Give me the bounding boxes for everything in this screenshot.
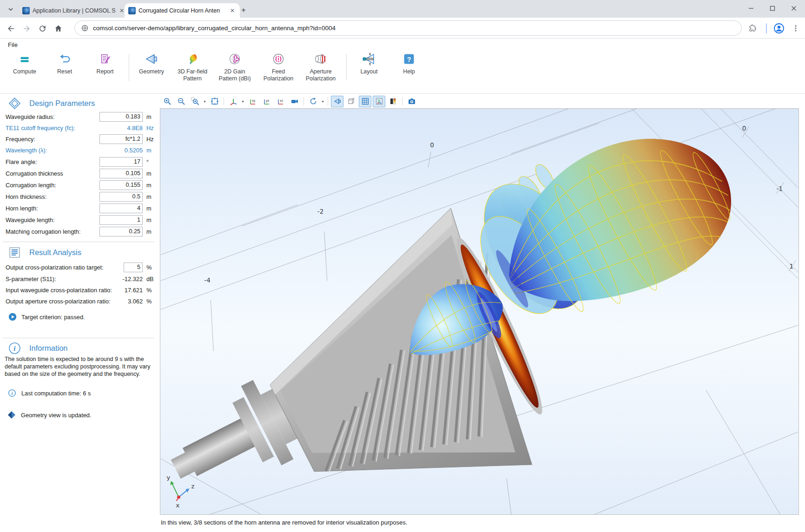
gain-2d-polar-icon: [227, 52, 242, 66]
compute-button[interactable]: Compute: [4, 50, 46, 85]
wavelength-value: 0.5205: [74, 147, 143, 154]
tab-horn-antenna[interactable]: Corrugated Circular Horn Anten ✕: [125, 3, 240, 18]
profile-icon: [773, 23, 785, 34]
help-button[interactable]: ? Help: [388, 50, 430, 85]
tab-close-icon[interactable]: ✕: [229, 7, 236, 14]
section-title: Result Analysis: [29, 248, 81, 257]
svg-text:i: i: [13, 344, 16, 352]
geometry-button[interactable]: Geometry: [131, 50, 172, 85]
file-menu[interactable]: File: [6, 40, 20, 49]
view-caption: In this view, 3/8 sections of the horn a…: [161, 519, 407, 526]
view-xy-button[interactable]: xy: [246, 96, 259, 107]
feed-polarization-button[interactable]: Feed Polarization: [257, 50, 299, 85]
toolbar-separator: [402, 97, 402, 105]
close-icon: [791, 6, 797, 11]
forward-button[interactable]: [20, 22, 33, 34]
snapshot-button[interactable]: [405, 96, 418, 107]
param-row: TE11 cutoff frequency (fc):4.8E8Hz: [0, 122, 156, 133]
browser-menu-button[interactable]: [789, 22, 802, 35]
aperture-polarization-button[interactable]: Aperture Polarization: [300, 50, 342, 85]
ribbon-separator: [346, 54, 347, 81]
reset-undo-icon: [58, 52, 72, 66]
transparency-button[interactable]: [345, 96, 357, 107]
corrugation-thickness-input[interactable]: [99, 169, 143, 178]
tab-search-chevron-icon: [8, 7, 13, 12]
show-axes-button[interactable]: [373, 96, 385, 107]
projection-button[interactable]: [288, 96, 301, 107]
grid-button[interactable]: [359, 96, 371, 107]
result-analysis-header: Result Analysis: [0, 246, 156, 259]
corrugation-length-input[interactable]: [99, 180, 143, 190]
waveguide-length-input[interactable]: [99, 215, 143, 225]
graphics-view[interactable]: 0 -2 -4 0 -1 1 y z x: [160, 108, 799, 515]
far-field-3d-button[interactable]: 3D Far-field Pattern: [172, 50, 213, 85]
maximize-button[interactable]: [763, 2, 782, 15]
zoom-extents-button[interactable]: [208, 96, 221, 107]
svg-text:i: i: [12, 391, 13, 396]
last-computation-status: i Last computation time: 6 s: [8, 389, 91, 397]
home-button[interactable]: [52, 22, 64, 34]
zoom-in-button[interactable]: [161, 96, 173, 107]
toolbar-separator: [304, 97, 304, 105]
show-geometry-icon: [333, 97, 342, 105]
waveguide-radius-input[interactable]: [99, 112, 143, 122]
flare-angle-input[interactable]: [99, 157, 143, 167]
rotate-view-icon: [309, 97, 317, 105]
show-geometry-button[interactable]: [331, 96, 343, 107]
status-text: Target criterion: passed.: [21, 314, 85, 321]
reset-button[interactable]: Reset: [44, 50, 86, 85]
extensions-button[interactable]: [746, 22, 759, 35]
cross-polarization-target-input[interactable]: [124, 263, 143, 272]
te11-cutoff-value: 4.8E8: [74, 125, 143, 131]
section-divider: [3, 338, 154, 338]
toolbar-separator: [328, 97, 328, 105]
reload-icon: [38, 24, 47, 33]
section-divider: [3, 242, 154, 242]
default-view-icon: [229, 97, 238, 105]
browser-menu-icon: [792, 25, 799, 32]
zoom-out-button[interactable]: [175, 96, 187, 107]
projection-icon: [290, 97, 299, 105]
param-row: Corrugation length:m: [0, 179, 156, 190]
address-bar[interactable]: comsol.com/server-demo/app/library_corru…: [74, 20, 742, 36]
view-yz-button[interactable]: yz: [260, 96, 273, 107]
frequency-input[interactable]: [99, 134, 143, 144]
axis-tick: 0: [430, 142, 434, 149]
gain-2d-button[interactable]: 2D Gain Pattern (dBi): [214, 50, 256, 85]
matching-corrugation-length-input[interactable]: [99, 227, 143, 236]
aperture-polarization-icon: [313, 52, 329, 66]
tab-search-button[interactable]: [4, 4, 18, 14]
axis-tick: -2: [317, 208, 323, 215]
information-header: i Information: [0, 342, 156, 355]
view-xz-button[interactable]: xz: [274, 96, 287, 107]
design-parameters-header: Design Parameters: [0, 97, 156, 110]
zoom-box-button[interactable]: [189, 96, 201, 107]
output-cross-polarization-value: 3.062: [74, 298, 143, 305]
help-question-icon: ?: [402, 53, 416, 66]
tab-application-library[interactable]: Application Library | COMSOL S ✕: [19, 3, 129, 18]
zoom-box-dropdown[interactable]: ▾: [203, 99, 207, 104]
rotate-view-button[interactable]: [307, 96, 319, 107]
profile-button[interactable]: [772, 22, 785, 35]
close-window-button[interactable]: [784, 2, 804, 15]
minimize-button[interactable]: [741, 2, 761, 15]
result-row: Output cross-polarization ratio target:%: [0, 262, 156, 273]
back-button[interactable]: [5, 22, 17, 34]
horn-thickness-input[interactable]: [99, 192, 143, 202]
horn-length-input[interactable]: [99, 204, 143, 213]
rotate-view-dropdown[interactable]: ▾: [321, 99, 325, 104]
svg-text:yz: yz: [266, 99, 270, 103]
graphics-toolbar: ▾ ▾ xy yz xz ▾: [161, 95, 418, 107]
color-legend-button[interactable]: [387, 96, 399, 107]
grid-icon: [361, 97, 370, 105]
feed-polarization-icon: [271, 52, 286, 66]
view-xz-icon: xz: [277, 97, 285, 105]
new-tab-button[interactable]: +: [238, 5, 249, 16]
default-view-button[interactable]: [227, 96, 239, 107]
layout-button[interactable]: Layout: [348, 50, 390, 85]
reload-button[interactable]: [36, 22, 48, 34]
param-row: Horn length:m: [0, 203, 156, 214]
default-view-dropdown[interactable]: ▾: [241, 99, 245, 104]
report-button[interactable]: Report: [84, 50, 126, 85]
forward-icon: [22, 24, 31, 33]
